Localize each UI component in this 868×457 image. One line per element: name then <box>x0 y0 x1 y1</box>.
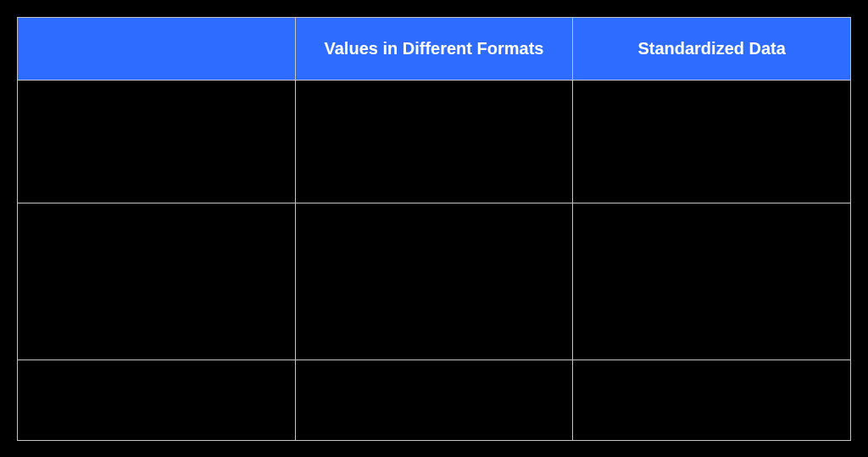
column-header-raw-values: Values in Different Formats <box>295 18 573 81</box>
column-header-standardized: Standardized Data <box>573 18 851 81</box>
cell <box>573 203 851 360</box>
table-row <box>18 203 851 360</box>
data-standardization-table: Values in Different Formats Standardized… <box>17 17 851 441</box>
cell <box>18 81 296 203</box>
table-row <box>18 81 851 203</box>
cell <box>18 203 296 360</box>
cell <box>573 81 851 203</box>
table-header-row: Values in Different Formats Standardized… <box>18 18 851 81</box>
cell <box>295 81 573 203</box>
cell <box>295 360 573 441</box>
table-row <box>18 360 851 441</box>
cell <box>18 360 296 441</box>
cell <box>295 203 573 360</box>
column-header-category <box>18 18 296 81</box>
cell <box>573 360 851 441</box>
